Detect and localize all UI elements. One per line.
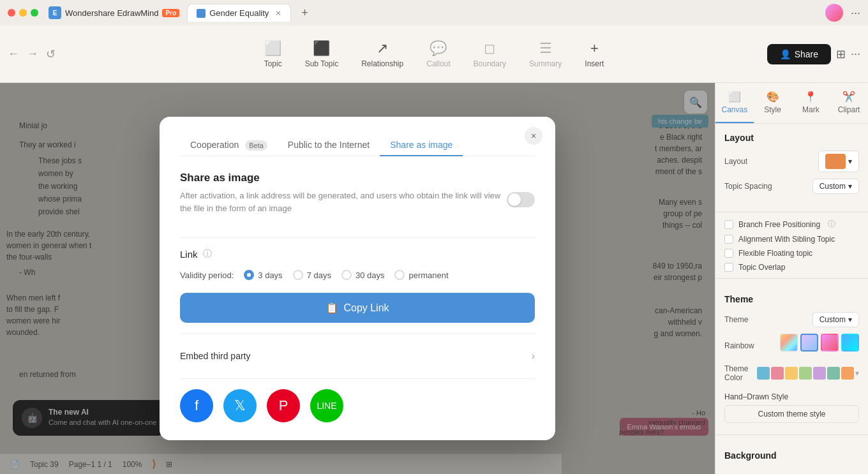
toolbar-nav-group: ← → ↺ bbox=[8, 47, 56, 61]
validity-30days[interactable]: 30 days bbox=[341, 270, 385, 280]
copy-link-button[interactable]: 📋 Copy Link bbox=[180, 293, 535, 323]
embed-arrow-icon: › bbox=[532, 350, 535, 362]
menu-dots-button[interactable]: ··· bbox=[851, 6, 860, 20]
right-tab-style[interactable]: 🎨 Style bbox=[754, 83, 792, 123]
swatch-grid-1[interactable] bbox=[780, 334, 798, 352]
callout-icon: 💬 bbox=[430, 40, 447, 57]
app-name: Wondershare EdrawMind bbox=[65, 8, 158, 18]
summary-tool[interactable]: ☰ Summary bbox=[519, 35, 572, 73]
grid-view-button[interactable]: ⊞ bbox=[836, 47, 846, 61]
color-dot-7[interactable] bbox=[841, 367, 854, 380]
color-dot-5[interactable] bbox=[813, 367, 826, 380]
divider-3 bbox=[180, 378, 535, 379]
user-avatar[interactable] bbox=[825, 4, 843, 22]
alignment-label: Alignment With Sibling Topic bbox=[738, 235, 835, 244]
undo-button[interactable]: ↺ bbox=[46, 47, 56, 61]
line-share-button[interactable]: LINE bbox=[310, 389, 343, 422]
insert-tool[interactable]: + Insert bbox=[574, 35, 614, 73]
copy-link-label: Copy Link bbox=[343, 302, 389, 314]
toggle-row: Share as image After activation, a link … bbox=[180, 172, 535, 227]
topic-spacing-dropdown[interactable]: Custom ▾ bbox=[812, 179, 859, 194]
link-section: Link ⓘ bbox=[180, 248, 535, 260]
modal-tabs: Cooperation Beta Public to the Internet … bbox=[180, 135, 535, 156]
close-traffic-light[interactable] bbox=[8, 9, 15, 17]
background-section-title: Background bbox=[724, 450, 859, 461]
hand-drawn-toggle[interactable]: Hand–Drawn Style bbox=[724, 389, 859, 405]
share-toggle[interactable] bbox=[507, 192, 535, 207]
topic-spacing-arrow: ▾ bbox=[848, 182, 852, 191]
validity-label: Validity period: bbox=[180, 270, 234, 280]
theme-divider bbox=[715, 434, 868, 435]
modal-tab-share-image[interactable]: Share as image bbox=[380, 135, 463, 156]
twitter-share-button[interactable]: 𝕏 bbox=[223, 389, 257, 422]
topic-tool[interactable]: ⬜ Topic bbox=[254, 35, 292, 73]
minimize-traffic-light[interactable] bbox=[19, 9, 27, 17]
validity-permanent[interactable]: permanent bbox=[394, 270, 448, 280]
overlap-checkbox[interactable] bbox=[724, 263, 733, 272]
relationship-icon: ↗ bbox=[377, 40, 388, 57]
right-tab-mark[interactable]: 📍 Mark bbox=[792, 83, 830, 123]
layout-label: Layout bbox=[724, 157, 747, 166]
social-share-row: f 𝕏 P LINE bbox=[180, 389, 535, 422]
validity-3days[interactable]: 3 days bbox=[244, 270, 282, 280]
toolbar: ← → ↺ ⬜ Topic ⬛ Sub Topic ↗ Relationship… bbox=[0, 26, 868, 83]
tab-title: Gender Equality bbox=[209, 8, 269, 18]
topic-spacing-label: Topic Spacing bbox=[724, 182, 772, 191]
back-button[interactable]: ← bbox=[8, 47, 19, 61]
theme-dropdown[interactable]: Custom ▾ bbox=[812, 312, 859, 327]
main-area: 🔍 Minial jo They ar worked i These jobs … bbox=[0, 83, 868, 474]
color-dot-4[interactable] bbox=[799, 367, 812, 380]
facebook-share-button[interactable]: f bbox=[180, 389, 213, 422]
relationship-tool[interactable]: ↗ Relationship bbox=[351, 35, 414, 73]
overflow-menu-button[interactable]: ··· bbox=[851, 47, 860, 61]
pinterest-share-button[interactable]: P bbox=[267, 389, 300, 422]
color-dropdown-arrow[interactable]: ▾ bbox=[855, 369, 859, 378]
validity-radio-group: 3 days 7 days 30 days bbox=[244, 270, 448, 280]
color-dot-3[interactable] bbox=[785, 367, 798, 380]
alignment-row: Alignment With Sibling Topic bbox=[724, 235, 859, 244]
layout-dropdown[interactable]: ▾ bbox=[818, 151, 859, 172]
new-tab-button[interactable]: + bbox=[301, 6, 308, 20]
right-panel: ⬜ Canvas 🎨 Style 📍 Mark ✂️ Clipart Layou… bbox=[715, 83, 868, 474]
flexible-checkbox[interactable] bbox=[724, 249, 733, 258]
modal-tab-public[interactable]: Public to the Internet bbox=[278, 135, 380, 156]
radio-30days-circle bbox=[341, 270, 352, 280]
embed-row[interactable]: Embed third party › bbox=[180, 344, 535, 368]
boundary-tool[interactable]: ◻ Boundary bbox=[463, 35, 516, 73]
right-tab-clipart[interactable]: ✂️ Clipart bbox=[830, 83, 868, 123]
theme-section: Theme Theme Custom ▾ Rainbow bbox=[715, 285, 868, 428]
canvas-area[interactable]: 🔍 Minial jo They ar worked i These jobs … bbox=[0, 83, 715, 474]
link-info-icon[interactable]: ⓘ bbox=[203, 248, 212, 260]
branch-free-info[interactable]: ⓘ bbox=[828, 219, 835, 230]
copy-icon: 📋 bbox=[326, 302, 338, 314]
alignment-checkbox[interactable] bbox=[724, 235, 733, 244]
tab-close-button[interactable]: ✕ bbox=[275, 9, 281, 18]
swatch-grid-2[interactable] bbox=[800, 334, 818, 352]
modal-tab-cooperation[interactable]: Cooperation Beta bbox=[180, 135, 278, 156]
topic-icon: ⬜ bbox=[264, 40, 281, 57]
branch-free-checkbox[interactable] bbox=[724, 220, 733, 229]
callout-tool[interactable]: 💬 Callout bbox=[416, 35, 460, 73]
modal-overlay[interactable]: × Cooperation Beta Public to the Interne… bbox=[0, 83, 715, 474]
color-dot-2[interactable] bbox=[771, 367, 784, 380]
active-tab[interactable]: Gender Equality ✕ bbox=[187, 4, 291, 22]
right-tab-canvas[interactable]: ⬜ Canvas bbox=[715, 83, 754, 123]
share-modal: × Cooperation Beta Public to the Interne… bbox=[160, 117, 555, 440]
swatch-grid-4[interactable] bbox=[841, 334, 859, 352]
divider-1 bbox=[180, 237, 535, 238]
color-dot-6[interactable] bbox=[827, 367, 840, 380]
forward-button[interactable]: → bbox=[27, 47, 38, 61]
topic-label: Topic bbox=[264, 59, 282, 68]
color-dot-1[interactable] bbox=[757, 367, 770, 380]
boundary-icon: ◻ bbox=[484, 40, 495, 57]
swatch-grid-3[interactable] bbox=[821, 334, 839, 352]
maximize-traffic-light[interactable] bbox=[31, 9, 38, 17]
branch-free-label: Branch Free Positioning bbox=[738, 220, 820, 229]
layout-dropdown-arrow: ▾ bbox=[848, 157, 852, 166]
toggle-knob bbox=[508, 193, 521, 206]
subtopic-tool[interactable]: ⬛ Sub Topic bbox=[295, 35, 348, 73]
modal-close-button[interactable]: × bbox=[525, 127, 542, 145]
share-button[interactable]: 👤 Share bbox=[767, 44, 831, 64]
validity-7days[interactable]: 7 days bbox=[293, 270, 331, 280]
custom-theme-button[interactable]: Custom theme style bbox=[724, 405, 859, 423]
